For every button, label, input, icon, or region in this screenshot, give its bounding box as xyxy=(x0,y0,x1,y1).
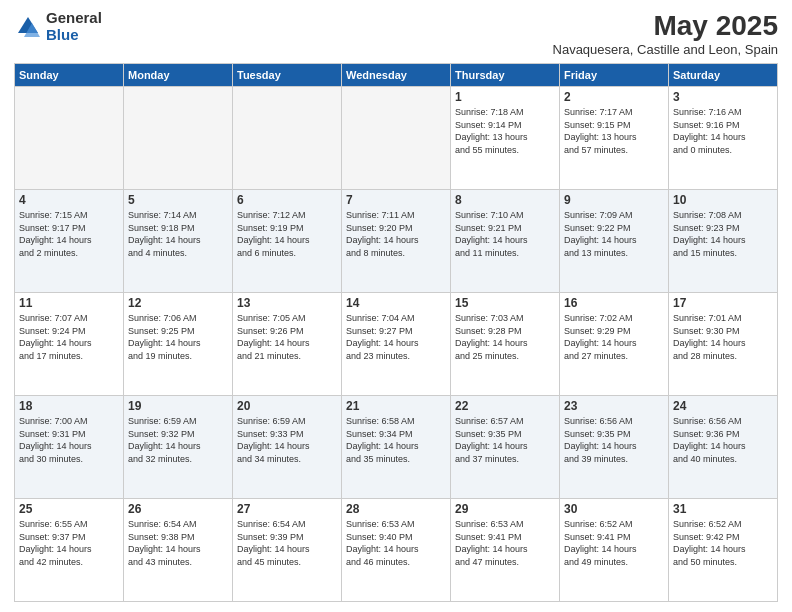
logo-general: General xyxy=(46,10,102,27)
day-info: Sunrise: 6:54 AM Sunset: 9:38 PM Dayligh… xyxy=(128,518,228,568)
calendar-cell: 10Sunrise: 7:08 AM Sunset: 9:23 PM Dayli… xyxy=(669,190,778,293)
day-number: 24 xyxy=(673,399,773,413)
day-info: Sunrise: 6:58 AM Sunset: 9:34 PM Dayligh… xyxy=(346,415,446,465)
calendar-cell: 15Sunrise: 7:03 AM Sunset: 9:28 PM Dayli… xyxy=(451,293,560,396)
calendar-cell: 6Sunrise: 7:12 AM Sunset: 9:19 PM Daylig… xyxy=(233,190,342,293)
day-info: Sunrise: 6:57 AM Sunset: 9:35 PM Dayligh… xyxy=(455,415,555,465)
day-info: Sunrise: 6:52 AM Sunset: 9:41 PM Dayligh… xyxy=(564,518,664,568)
calendar-cell: 8Sunrise: 7:10 AM Sunset: 9:21 PM Daylig… xyxy=(451,190,560,293)
day-number: 26 xyxy=(128,502,228,516)
calendar-cell: 13Sunrise: 7:05 AM Sunset: 9:26 PM Dayli… xyxy=(233,293,342,396)
weekday-header-row: SundayMondayTuesdayWednesdayThursdayFrid… xyxy=(15,64,778,87)
day-number: 20 xyxy=(237,399,337,413)
week-row-5: 25Sunrise: 6:55 AM Sunset: 9:37 PM Dayli… xyxy=(15,499,778,602)
calendar-cell: 25Sunrise: 6:55 AM Sunset: 9:37 PM Dayli… xyxy=(15,499,124,602)
weekday-header-thursday: Thursday xyxy=(451,64,560,87)
day-info: Sunrise: 6:55 AM Sunset: 9:37 PM Dayligh… xyxy=(19,518,119,568)
day-number: 7 xyxy=(346,193,446,207)
calendar-cell: 22Sunrise: 6:57 AM Sunset: 9:35 PM Dayli… xyxy=(451,396,560,499)
day-number: 15 xyxy=(455,296,555,310)
day-number: 2 xyxy=(564,90,664,104)
day-number: 21 xyxy=(346,399,446,413)
title-block: May 2025 Navaquesera, Castille and Leon,… xyxy=(553,10,778,57)
day-number: 23 xyxy=(564,399,664,413)
day-info: Sunrise: 7:02 AM Sunset: 9:29 PM Dayligh… xyxy=(564,312,664,362)
calendar-cell: 20Sunrise: 6:59 AM Sunset: 9:33 PM Dayli… xyxy=(233,396,342,499)
calendar-cell xyxy=(124,87,233,190)
day-info: Sunrise: 7:04 AM Sunset: 9:27 PM Dayligh… xyxy=(346,312,446,362)
calendar-cell: 31Sunrise: 6:52 AM Sunset: 9:42 PM Dayli… xyxy=(669,499,778,602)
calendar-cell: 14Sunrise: 7:04 AM Sunset: 9:27 PM Dayli… xyxy=(342,293,451,396)
calendar-cell: 5Sunrise: 7:14 AM Sunset: 9:18 PM Daylig… xyxy=(124,190,233,293)
day-number: 16 xyxy=(564,296,664,310)
calendar-cell: 16Sunrise: 7:02 AM Sunset: 9:29 PM Dayli… xyxy=(560,293,669,396)
weekday-header-tuesday: Tuesday xyxy=(233,64,342,87)
day-info: Sunrise: 7:16 AM Sunset: 9:16 PM Dayligh… xyxy=(673,106,773,156)
calendar-cell: 17Sunrise: 7:01 AM Sunset: 9:30 PM Dayli… xyxy=(669,293,778,396)
day-info: Sunrise: 7:07 AM Sunset: 9:24 PM Dayligh… xyxy=(19,312,119,362)
calendar-cell: 30Sunrise: 6:52 AM Sunset: 9:41 PM Dayli… xyxy=(560,499,669,602)
day-info: Sunrise: 6:54 AM Sunset: 9:39 PM Dayligh… xyxy=(237,518,337,568)
logo-blue: Blue xyxy=(46,27,102,44)
day-number: 22 xyxy=(455,399,555,413)
day-number: 31 xyxy=(673,502,773,516)
calendar-cell: 12Sunrise: 7:06 AM Sunset: 9:25 PM Dayli… xyxy=(124,293,233,396)
week-row-4: 18Sunrise: 7:00 AM Sunset: 9:31 PM Dayli… xyxy=(15,396,778,499)
calendar-cell: 23Sunrise: 6:56 AM Sunset: 9:35 PM Dayli… xyxy=(560,396,669,499)
logo-text: General Blue xyxy=(46,10,102,43)
day-number: 30 xyxy=(564,502,664,516)
day-number: 17 xyxy=(673,296,773,310)
day-number: 9 xyxy=(564,193,664,207)
day-number: 14 xyxy=(346,296,446,310)
week-row-2: 4Sunrise: 7:15 AM Sunset: 9:17 PM Daylig… xyxy=(15,190,778,293)
day-number: 28 xyxy=(346,502,446,516)
weekday-header-monday: Monday xyxy=(124,64,233,87)
day-info: Sunrise: 7:01 AM Sunset: 9:30 PM Dayligh… xyxy=(673,312,773,362)
day-info: Sunrise: 7:18 AM Sunset: 9:14 PM Dayligh… xyxy=(455,106,555,156)
week-row-1: 1Sunrise: 7:18 AM Sunset: 9:14 PM Daylig… xyxy=(15,87,778,190)
calendar-cell: 9Sunrise: 7:09 AM Sunset: 9:22 PM Daylig… xyxy=(560,190,669,293)
day-info: Sunrise: 7:03 AM Sunset: 9:28 PM Dayligh… xyxy=(455,312,555,362)
day-info: Sunrise: 7:15 AM Sunset: 9:17 PM Dayligh… xyxy=(19,209,119,259)
calendar-cell: 19Sunrise: 6:59 AM Sunset: 9:32 PM Dayli… xyxy=(124,396,233,499)
calendar-cell xyxy=(15,87,124,190)
calendar-cell: 24Sunrise: 6:56 AM Sunset: 9:36 PM Dayli… xyxy=(669,396,778,499)
day-number: 11 xyxy=(19,296,119,310)
day-info: Sunrise: 6:56 AM Sunset: 9:35 PM Dayligh… xyxy=(564,415,664,465)
day-info: Sunrise: 6:59 AM Sunset: 9:32 PM Dayligh… xyxy=(128,415,228,465)
day-info: Sunrise: 6:53 AM Sunset: 9:40 PM Dayligh… xyxy=(346,518,446,568)
day-number: 3 xyxy=(673,90,773,104)
calendar-cell: 1Sunrise: 7:18 AM Sunset: 9:14 PM Daylig… xyxy=(451,87,560,190)
day-info: Sunrise: 7:12 AM Sunset: 9:19 PM Dayligh… xyxy=(237,209,337,259)
day-info: Sunrise: 7:11 AM Sunset: 9:20 PM Dayligh… xyxy=(346,209,446,259)
calendar-cell: 4Sunrise: 7:15 AM Sunset: 9:17 PM Daylig… xyxy=(15,190,124,293)
header: General Blue May 2025 Navaquesera, Casti… xyxy=(14,10,778,57)
calendar-cell: 2Sunrise: 7:17 AM Sunset: 9:15 PM Daylig… xyxy=(560,87,669,190)
day-info: Sunrise: 6:59 AM Sunset: 9:33 PM Dayligh… xyxy=(237,415,337,465)
day-number: 12 xyxy=(128,296,228,310)
calendar-cell: 27Sunrise: 6:54 AM Sunset: 9:39 PM Dayli… xyxy=(233,499,342,602)
day-number: 19 xyxy=(128,399,228,413)
day-info: Sunrise: 7:17 AM Sunset: 9:15 PM Dayligh… xyxy=(564,106,664,156)
day-number: 4 xyxy=(19,193,119,207)
main-title: May 2025 xyxy=(553,10,778,42)
day-number: 18 xyxy=(19,399,119,413)
calendar-cell: 7Sunrise: 7:11 AM Sunset: 9:20 PM Daylig… xyxy=(342,190,451,293)
calendar-cell: 3Sunrise: 7:16 AM Sunset: 9:16 PM Daylig… xyxy=(669,87,778,190)
day-number: 8 xyxy=(455,193,555,207)
calendar-cell xyxy=(342,87,451,190)
calendar-cell: 26Sunrise: 6:54 AM Sunset: 9:38 PM Dayli… xyxy=(124,499,233,602)
calendar-cell: 11Sunrise: 7:07 AM Sunset: 9:24 PM Dayli… xyxy=(15,293,124,396)
day-info: Sunrise: 7:06 AM Sunset: 9:25 PM Dayligh… xyxy=(128,312,228,362)
day-number: 10 xyxy=(673,193,773,207)
subtitle: Navaquesera, Castille and Leon, Spain xyxy=(553,42,778,57)
day-info: Sunrise: 7:14 AM Sunset: 9:18 PM Dayligh… xyxy=(128,209,228,259)
week-row-3: 11Sunrise: 7:07 AM Sunset: 9:24 PM Dayli… xyxy=(15,293,778,396)
calendar-cell: 18Sunrise: 7:00 AM Sunset: 9:31 PM Dayli… xyxy=(15,396,124,499)
calendar-cell: 21Sunrise: 6:58 AM Sunset: 9:34 PM Dayli… xyxy=(342,396,451,499)
calendar-cell xyxy=(233,87,342,190)
day-number: 25 xyxy=(19,502,119,516)
day-info: Sunrise: 7:10 AM Sunset: 9:21 PM Dayligh… xyxy=(455,209,555,259)
day-info: Sunrise: 7:05 AM Sunset: 9:26 PM Dayligh… xyxy=(237,312,337,362)
day-number: 27 xyxy=(237,502,337,516)
